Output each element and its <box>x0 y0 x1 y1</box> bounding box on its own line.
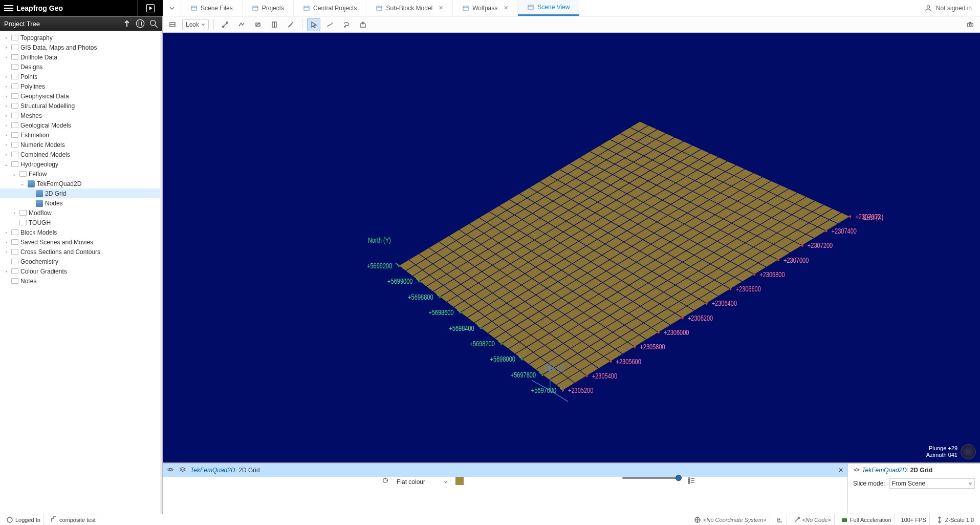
tab-scene-view[interactable]: Scene View <box>518 0 579 16</box>
tree-item-numeric-models[interactable]: ›Numeric Models <box>0 140 162 150</box>
expand-toggle-icon[interactable]: › <box>3 122 9 129</box>
lasso-button[interactable] <box>340 18 353 31</box>
status-zscale[interactable]: Z-Scale 1.0 <box>933 514 977 525</box>
tree-item-structural-modelling[interactable]: ›Structural Modelling <box>0 101 162 111</box>
tree-item-estimation[interactable]: ›Estimation <box>0 130 162 140</box>
look-dropdown[interactable]: Look <box>182 19 209 30</box>
tab-overflow-dropdown[interactable] <box>163 0 181 16</box>
visibility-toggle-icon[interactable] <box>167 466 175 475</box>
svg-text:+2305600: +2305600 <box>616 358 641 366</box>
tree-item-geological-models[interactable]: ›Geological Models <box>0 120 162 130</box>
expand-toggle-icon[interactable]: › <box>3 113 9 119</box>
user-status[interactable]: Not signed in <box>867 0 980 16</box>
compass-icon[interactable] <box>961 444 976 459</box>
tree-item-designs[interactable]: Designs <box>0 62 162 72</box>
ruler-button[interactable] <box>284 18 297 31</box>
status-logged-in[interactable]: Logged In <box>3 514 44 525</box>
expand-toggle-icon[interactable]: › <box>3 249 9 255</box>
tree-item-geophysical-data[interactable]: ›Geophysical Data <box>0 91 162 101</box>
expand-toggle-icon[interactable]: › <box>3 45 9 51</box>
tree-item-label: Cross Sections and Contours <box>20 248 100 256</box>
status-job[interactable]: composite test <box>47 514 99 525</box>
color-mode-dropdown[interactable]: Flat colour <box>394 477 450 487</box>
tree-item-combined-models[interactable]: ›Combined Models <box>0 150 162 159</box>
bounding-box-button[interactable] <box>166 18 179 31</box>
tree-item-notes[interactable]: Notes <box>0 276 162 286</box>
expand-toggle-icon[interactable]: › <box>3 103 9 109</box>
svg-line-18 <box>155 25 158 28</box>
close-tab-icon[interactable]: ✕ <box>439 5 443 11</box>
search-icon[interactable] <box>149 19 158 28</box>
tree-item-meshes[interactable]: ›Meshes <box>0 111 162 120</box>
screenshot-button[interactable] <box>964 18 977 31</box>
tree-item-cross-sections-and-contours[interactable]: ›Cross Sections and Contours <box>0 247 162 257</box>
tree-item-geochemistry[interactable]: Geochemistry <box>0 257 162 266</box>
pause-icon[interactable] <box>136 19 145 28</box>
tree-item-saved-scenes-and-movies[interactable]: ›Saved Scenes and Movies <box>0 237 162 247</box>
select-button[interactable] <box>307 18 320 31</box>
expand-toggle-icon[interactable]: › <box>11 210 17 216</box>
svg-text:+2306000: +2306000 <box>664 329 689 337</box>
expand-toggle-icon[interactable]: › <box>3 239 9 245</box>
expand-toggle-icon[interactable]: › <box>3 152 9 158</box>
draw-polyline-button[interactable] <box>235 18 248 31</box>
tree-item-polylines[interactable]: ›Polylines <box>0 81 162 91</box>
tree-item-hydrogeology[interactable]: ⌄Hydrogeology <box>0 159 162 169</box>
color-picker-icon[interactable] <box>382 477 389 486</box>
draw-freehand-button[interactable] <box>323 18 337 31</box>
tree-item-tough[interactable]: TOUGH <box>0 218 162 227</box>
tab-projects[interactable]: Projects <box>243 0 294 16</box>
tab-sub-block-model[interactable]: Sub-Block Model✕ <box>366 0 453 16</box>
tree-item-topography[interactable]: ›Topography <box>0 33 162 43</box>
expand-toggle-icon[interactable]: › <box>3 93 9 99</box>
tab-central-projects[interactable]: Central Projects <box>294 0 366 16</box>
collapse-up-icon[interactable] <box>122 19 132 28</box>
expand-toggle-icon[interactable]: › <box>3 35 9 41</box>
tree-item-nodes[interactable]: Nodes <box>0 198 162 208</box>
legend-toggle-icon[interactable] <box>688 477 695 486</box>
status-axes-icon[interactable] <box>773 514 787 525</box>
scene-item-row[interactable]: TekFemQuad2D: 2D Grid ✕ <box>163 464 847 477</box>
expand-toggle-icon[interactable]: › <box>3 74 9 80</box>
tree-item-block-models[interactable]: ›Block Models <box>0 227 162 237</box>
opacity-slider[interactable] <box>622 477 679 479</box>
slice-mode-select[interactable]: From Scene <box>889 478 975 489</box>
svg-point-116 <box>801 244 803 247</box>
tab-wolfpass[interactable]: Wolfpass✕ <box>453 0 518 16</box>
expand-toggle-icon[interactable]: › <box>3 229 9 236</box>
expand-toggle-icon[interactable]: ⌄ <box>3 161 9 167</box>
expand-toggle-icon[interactable]: ⌄ <box>19 181 26 187</box>
tree-item-points[interactable]: ›Points <box>0 72 162 81</box>
tree-item-gis-data-maps-and-photos[interactable]: ›GIS Data, Maps and Photos <box>0 43 162 52</box>
expand-spacer <box>28 200 34 206</box>
play-button[interactable] <box>137 0 163 16</box>
hamburger-icon[interactable] <box>4 5 13 11</box>
close-tab-icon[interactable]: ✕ <box>504 5 508 11</box>
tree-item-tekfemquad2d[interactable]: ⌄TekFemQuad2D <box>0 179 162 188</box>
sidebar-splitter[interactable] <box>160 31 162 514</box>
tree-item-modflow[interactable]: ›Modflow <box>0 208 162 218</box>
tab-scene-files[interactable]: Scene Files <box>181 0 243 16</box>
status-coord-system[interactable]: <No Coordinate System> <box>691 514 770 525</box>
expand-toggle-icon[interactable]: › <box>3 54 9 60</box>
draw-plane-button[interactable] <box>251 18 265 31</box>
status-code[interactable]: <No Code> <box>790 514 835 525</box>
tree-item-label: Geological Models <box>20 122 71 129</box>
expand-toggle-icon[interactable]: › <box>3 132 9 138</box>
scene-viewport[interactable]: +5699200+5699000+5698800+5698600+5698400… <box>163 33 980 463</box>
expand-toggle-icon[interactable]: › <box>3 142 9 148</box>
tag-button[interactable] <box>356 18 369 31</box>
tree-item-colour-gradients[interactable]: ›Colour Gradients <box>0 266 162 276</box>
color-swatch[interactable] <box>455 477 464 485</box>
tree-item-feflow[interactable]: ⌄Feflow <box>0 169 162 179</box>
slicer-button[interactable] <box>268 18 281 31</box>
tree-item-drillhole-data[interactable]: ›Drillhole Data <box>0 52 162 62</box>
project-tree[interactable]: ›Topography›GIS Data, Maps and Photos›Dr… <box>0 31 162 514</box>
expand-toggle-icon[interactable]: › <box>3 83 9 90</box>
remove-scene-item-icon[interactable]: ✕ <box>838 467 843 474</box>
expand-toggle-icon[interactable]: ⌄ <box>11 171 17 177</box>
tab-label: Central Projects <box>313 5 357 12</box>
tree-item-2d-grid[interactable]: 2D Grid <box>0 188 162 198</box>
draw-line-button[interactable] <box>219 18 232 31</box>
expand-toggle-icon[interactable]: › <box>3 268 9 275</box>
